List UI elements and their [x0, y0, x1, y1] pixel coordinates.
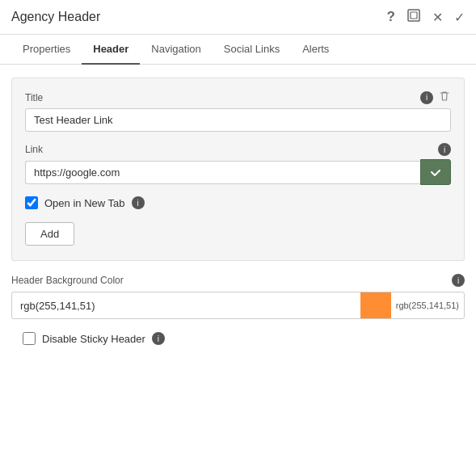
tab-header[interactable]: Header — [82, 35, 140, 65]
header-panel: Title i Link i — [11, 78, 465, 261]
link-label-row: Link i — [25, 143, 451, 156]
help-icon[interactable]: ? — [387, 9, 395, 25]
title-delete-icon[interactable] — [438, 90, 451, 105]
tab-alerts[interactable]: Alerts — [291, 35, 340, 65]
link-label: Link — [25, 144, 43, 155]
disable-sticky-checkbox[interactable] — [23, 332, 36, 345]
open-new-tab-label[interactable]: Open in New Tab — [44, 197, 125, 209]
open-new-tab-info-icon[interactable]: i — [132, 196, 145, 209]
sticky-info-icon[interactable]: i — [152, 332, 165, 345]
title-label: Title — [25, 92, 43, 103]
link-field-group: Link i — [25, 143, 451, 185]
color-swatch[interactable] — [360, 292, 391, 318]
window-icon[interactable] — [406, 8, 421, 26]
open-new-tab-checkbox[interactable] — [25, 196, 38, 209]
title-bar-actions: ? ✕ ✓ — [387, 8, 465, 26]
add-button[interactable]: Add — [25, 222, 74, 246]
title-label-row: Title i — [25, 90, 451, 105]
tab-navigation[interactable]: Navigation — [140, 35, 212, 65]
disable-sticky-label[interactable]: Disable Sticky Header — [42, 333, 145, 345]
tab-properties[interactable]: Properties — [11, 35, 82, 65]
link-confirm-button[interactable] — [420, 159, 451, 185]
link-input-row — [25, 159, 451, 185]
sticky-row: Disable Sticky Header i — [11, 332, 465, 345]
close-icon[interactable]: ✕ — [432, 10, 443, 25]
color-label-row: Header Background Color i — [11, 274, 465, 287]
title-input[interactable] — [25, 108, 451, 132]
svg-rect-1 — [411, 12, 417, 19]
title-field-group: Title i — [25, 90, 451, 132]
title-bar: Agency Header ? ✕ ✓ — [0, 0, 476, 35]
color-info-icon[interactable]: i — [452, 274, 465, 287]
tab-bar: Properties Header Navigation Social Link… — [0, 35, 476, 65]
main-content: Title i Link i — [0, 65, 476, 358]
link-info-icon[interactable]: i — [438, 143, 451, 156]
link-input[interactable] — [25, 161, 420, 184]
svg-rect-0 — [408, 10, 419, 21]
color-value-display: rgb(255,141,51) — [391, 301, 464, 310]
tab-social-links[interactable]: Social Links — [213, 35, 291, 65]
color-input[interactable] — [12, 295, 360, 317]
confirm-icon[interactable]: ✓ — [454, 10, 465, 25]
color-section: Header Background Color i rgb(255,141,51… — [11, 274, 465, 319]
open-new-tab-row: Open in New Tab i — [25, 196, 451, 209]
page-title: Agency Header — [11, 10, 100, 24]
title-info-icon[interactable]: i — [420, 91, 433, 104]
color-label: Header Background Color — [11, 275, 124, 286]
color-input-row: rgb(255,141,51) — [11, 292, 465, 319]
